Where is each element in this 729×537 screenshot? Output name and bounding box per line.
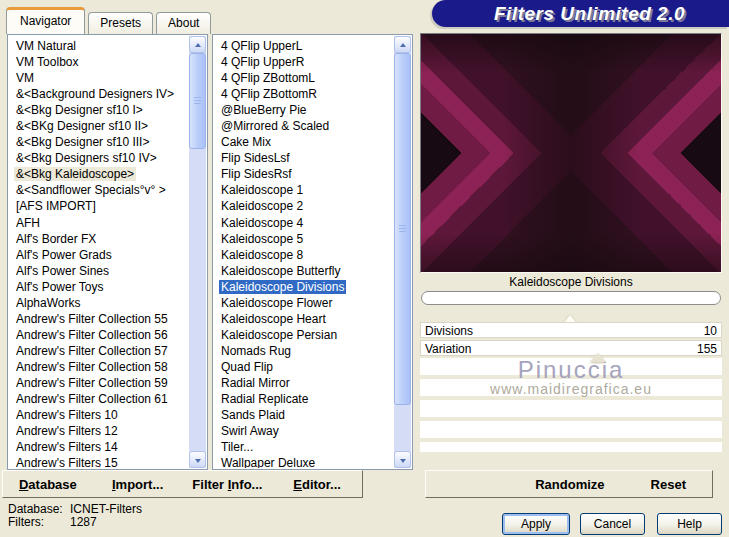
cancel-button[interactable]: Cancel (580, 513, 645, 535)
kaleidoscope-right-half (571, 34, 721, 272)
reset-button[interactable]: Reset (651, 477, 686, 492)
filter-list: 4 QFlip UpperL4 QFlip UpperR4 QFlip ZBot… (214, 36, 394, 468)
list-item[interactable]: VM (14, 70, 189, 86)
right-toolbar: Randomize Reset (425, 470, 713, 498)
variation-value: 155 (697, 342, 717, 356)
list-item[interactable]: Radial Replicate (219, 391, 394, 407)
tab-navigator[interactable]: Navigator (6, 7, 85, 34)
list-item[interactable]: Kaleidoscope Heart (219, 311, 394, 327)
filters-count-value: 1287 (70, 516, 142, 529)
list-item[interactable]: 4 QFlip UpperR (219, 54, 394, 70)
list-item[interactable]: 4 QFlip UpperL (219, 38, 394, 54)
help-button[interactable]: Help (657, 513, 722, 535)
list-item[interactable]: &<Bkg Kaleidoscope> (14, 166, 189, 182)
variation-label: Variation (425, 342, 471, 356)
app-title: Filters Unlimited 2.0 (476, 3, 685, 25)
filters-count-label: Filters: (8, 516, 70, 529)
list-item[interactable]: Swirl Away (219, 423, 394, 439)
filters-unlimited-dialog: Filters Unlimited 2.0 Navigator Presets … (0, 0, 729, 537)
variation-slider[interactable]: Variation 155 (420, 340, 722, 356)
list-item[interactable]: &<BKg Designer sf10 II> (14, 118, 189, 134)
filter-info-button[interactable]: Filter Info... (183, 477, 273, 492)
kaleidoscope-left-half (421, 34, 571, 272)
list-item[interactable]: Kaleidoscope Flower (219, 295, 394, 311)
list-item[interactable]: Andrew's Filters 14 (14, 439, 189, 455)
list-item[interactable]: Kaleidoscope 8 (219, 247, 394, 263)
list-item[interactable]: Cake Mix (219, 134, 394, 150)
list-item[interactable]: VM Toolbox (14, 54, 189, 70)
list-item[interactable]: Andrew's Filter Collection 58 (14, 359, 189, 375)
list-item[interactable]: @Mirrored & Scaled (219, 118, 394, 134)
editor-button[interactable]: Editor... (272, 477, 362, 492)
list-item[interactable]: &<Background Designers IV> (14, 86, 189, 102)
list-item[interactable]: Kaleidoscope Divisions (219, 279, 394, 295)
list-item[interactable]: &<Bkg Designer sf10 I> (14, 102, 189, 118)
list-item[interactable]: Andrew's Filters 12 (14, 423, 189, 439)
scroll-up-icon[interactable] (189, 36, 206, 53)
list-item[interactable]: Kaleidoscope 2 (219, 198, 394, 214)
title-banner: Filters Unlimited 2.0 (432, 0, 729, 27)
tab-about[interactable]: About (156, 12, 211, 34)
list-item[interactable]: Alf's Border FX (14, 231, 189, 247)
scroll-down-icon[interactable] (189, 451, 206, 468)
list-item[interactable]: Wallpaper Deluxe (219, 455, 394, 468)
list-item[interactable]: Andrew's Filter Collection 57 (14, 343, 189, 359)
watermark-area: Pinuccia www.maidiregrafica.eu (420, 358, 722, 452)
list-item[interactable]: Kaleidoscope 4 (219, 215, 394, 231)
filter-scrollbar[interactable] (394, 36, 411, 468)
scrollbar-thumb[interactable] (189, 53, 206, 149)
database-button[interactable]: Database (3, 477, 93, 492)
list-item[interactable]: Quad Flip (219, 359, 394, 375)
filter-listbox: 4 QFlip UpperL4 QFlip UpperR4 QFlip ZBot… (212, 34, 413, 470)
list-item[interactable]: Kaleidoscope Persian (219, 327, 394, 343)
filter-name-caption: Kaleidoscope Divisions (420, 275, 722, 289)
list-item[interactable]: Flip SidesRsf (219, 166, 394, 182)
status-info: Database: ICNET-Filters Filters: 1287 (8, 503, 142, 529)
scroll-down-icon[interactable] (394, 451, 411, 468)
list-item[interactable]: AlphaWorks (14, 295, 189, 311)
list-item[interactable]: Kaleidoscope 5 (219, 231, 394, 247)
divisions-value: 10 (704, 324, 717, 338)
randomize-button[interactable]: Randomize (535, 477, 604, 492)
category-listbox: VM NaturalVM ToolboxVM&<Background Desig… (7, 34, 208, 470)
list-item[interactable]: 4 QFlip ZBottomL (219, 70, 394, 86)
list-item[interactable]: Alf's Power Sines (14, 263, 189, 279)
list-item[interactable]: Flip SidesLsf (219, 150, 394, 166)
list-item[interactable]: Andrew's Filter Collection 61 (14, 391, 189, 407)
list-item[interactable]: Andrew's Filters 15 (14, 455, 189, 468)
scroll-up-icon[interactable] (394, 36, 411, 53)
apply-button[interactable]: Apply (502, 513, 570, 535)
list-item[interactable]: VM Natural (14, 38, 189, 54)
category-scrollbar[interactable] (189, 36, 206, 468)
watermark-name: Pinuccia (420, 356, 722, 384)
list-item[interactable]: @BlueBerry Pie (219, 102, 394, 118)
list-item[interactable]: Alf's Power Toys (14, 279, 189, 295)
tab-bar: Navigator Presets About (6, 8, 211, 34)
watermark-url: www.maidiregrafica.eu (420, 381, 722, 397)
list-item[interactable]: Andrew's Filters 10 (14, 407, 189, 423)
kaleidoscope-pattern (421, 34, 721, 272)
preview-progress-bar (421, 291, 721, 305)
list-item[interactable]: AFH (14, 215, 189, 231)
list-item[interactable]: [AFS IMPORT] (14, 198, 189, 214)
variation-slider-thumb[interactable] (590, 353, 606, 362)
list-item[interactable]: &<Sandflower Specials°v° > (14, 182, 189, 198)
list-item[interactable]: Radial Mirror (219, 375, 394, 391)
divisions-label: Divisions (425, 324, 473, 338)
list-item[interactable]: Sands Plaid (219, 407, 394, 423)
divisions-slider[interactable]: Divisions 10 (420, 322, 722, 338)
scrollbar-thumb[interactable] (394, 53, 411, 405)
list-item[interactable]: &<Bkg Designer sf10 III> (14, 134, 189, 150)
list-item[interactable]: Andrew's Filter Collection 55 (14, 311, 189, 327)
list-item[interactable]: 4 QFlip ZBottomR (219, 86, 394, 102)
list-item[interactable]: Andrew's Filter Collection 59 (14, 375, 189, 391)
list-item[interactable]: Nomads Rug (219, 343, 394, 359)
list-item[interactable]: Andrew's Filter Collection 56 (14, 327, 189, 343)
list-item[interactable]: &<Bkg Designers sf10 IV> (14, 150, 189, 166)
list-item[interactable]: Kaleidoscope 1 (219, 182, 394, 198)
list-item[interactable]: Tiler... (219, 439, 394, 455)
list-item[interactable]: Kaleidoscope Butterfly (219, 263, 394, 279)
tab-presets[interactable]: Presets (88, 12, 153, 34)
list-item[interactable]: Alf's Power Grads (14, 247, 189, 263)
import-button[interactable]: Import... (93, 477, 183, 492)
